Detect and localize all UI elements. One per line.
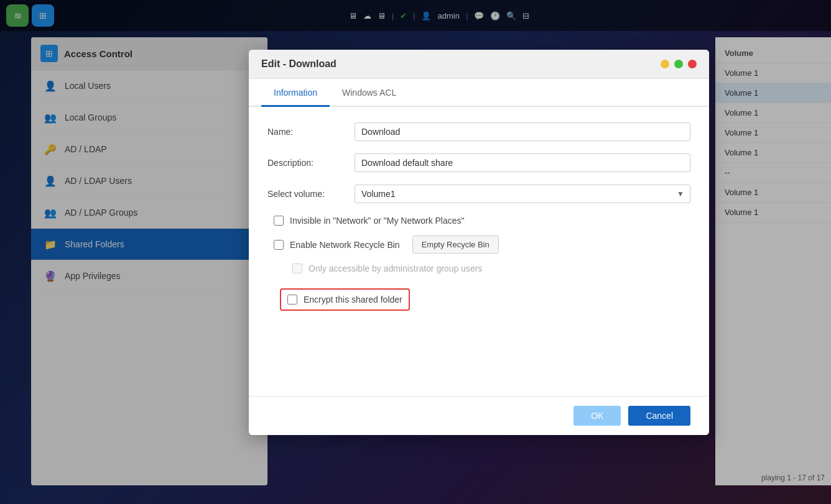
recycle-label: Enable Network Recycle Bin — [290, 240, 400, 250]
volume-select-wrapper: Volume1 Volume2 Volume3 ▼ — [355, 185, 690, 203]
window-controls — [661, 60, 697, 68]
modal-tabs: Information Windows ACL — [249, 79, 709, 107]
name-input[interactable] — [355, 122, 690, 141]
tab-information[interactable]: Information — [261, 79, 330, 107]
encrypt-label: Encrypt this shared folder — [304, 295, 402, 305]
modal-overlay: Edit - Download Information Windows ACL … — [0, 0, 831, 504]
ok-button[interactable]: OK — [573, 406, 621, 426]
volume-label: Select volume: — [267, 189, 355, 199]
invisible-checkbox[interactable] — [274, 216, 284, 226]
cancel-button[interactable]: Cancel — [628, 406, 690, 426]
admin-only-row: Only accessible by administrator group u… — [267, 263, 690, 273]
empty-recycle-bin-button[interactable]: Empty Recycle Bin — [412, 236, 499, 254]
modal-titlebar: Edit - Download — [249, 50, 709, 79]
admin-only-checkbox[interactable] — [292, 263, 302, 273]
name-row: Name: — [267, 122, 690, 141]
close-button[interactable] — [688, 60, 697, 68]
admin-only-label: Only accessible by administrator group u… — [309, 263, 482, 273]
invisible-label: Invisible in "Network" or "My Network Pl… — [290, 216, 465, 226]
description-row: Description: — [267, 153, 690, 172]
maximize-button[interactable] — [674, 60, 683, 68]
modal-footer: OK Cancel — [249, 396, 709, 435]
volume-select[interactable]: Volume1 Volume2 Volume3 — [355, 185, 690, 203]
tab-windows-acl[interactable]: Windows ACL — [330, 79, 409, 107]
name-label: Name: — [267, 127, 355, 137]
edit-modal: Edit - Download Information Windows ACL … — [249, 50, 709, 435]
modal-body: Name: Description: Select volume: Volume… — [249, 107, 709, 396]
recycle-row: Enable Network Recycle Bin Empty Recycle… — [267, 236, 690, 254]
invisible-row: Invisible in "Network" or "My Network Pl… — [267, 216, 690, 226]
encrypt-row: Encrypt this shared folder — [280, 288, 410, 311]
desc-label: Description: — [267, 158, 355, 168]
minimize-button[interactable] — [661, 60, 669, 68]
volume-row: Select volume: Volume1 Volume2 Volume3 ▼ — [267, 185, 690, 203]
modal-title: Edit - Download — [261, 58, 337, 70]
encrypt-checkbox[interactable] — [287, 295, 297, 305]
recycle-checkbox[interactable] — [274, 240, 284, 250]
desc-input[interactable] — [355, 153, 690, 172]
